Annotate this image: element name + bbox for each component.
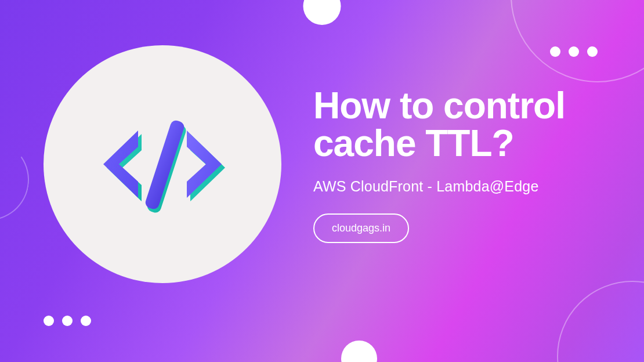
decorative-dot-top <box>303 0 341 25</box>
decorative-arc-left <box>0 133 35 227</box>
svg-rect-1 <box>144 119 186 211</box>
decorative-dot-bottom <box>341 341 377 362</box>
text-block: How to control cache TTL? AWS CloudFront… <box>313 87 609 243</box>
decorative-dots-bottom-left <box>44 316 91 326</box>
decorative-ring-top <box>511 0 644 82</box>
code-slash-icon <box>87 89 238 240</box>
decorative-dots-top-right <box>550 46 598 57</box>
icon-circle <box>44 45 281 283</box>
hero-subtitle: AWS CloudFront - Lambda@Edge <box>313 178 609 195</box>
hero-banner: How to control cache TTL? AWS CloudFront… <box>0 0 644 362</box>
site-pill: cloudgags.in <box>313 213 409 243</box>
hero-title: How to control cache TTL? <box>313 87 609 163</box>
decorative-ring-bottom <box>557 281 644 362</box>
